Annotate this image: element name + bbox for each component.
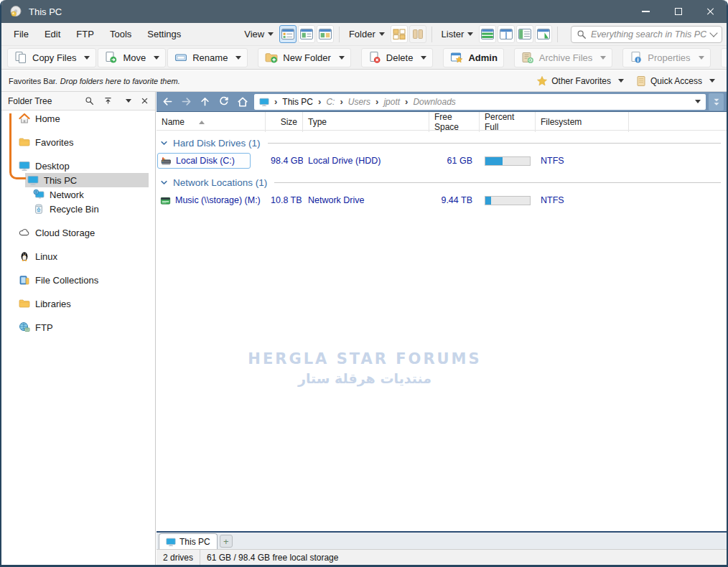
tree-options-chevron-icon[interactable] [126,99,131,103]
group-network-locations[interactable]: Network Locations (1) [157,174,727,191]
breadcrumb-users[interactable]: Users [348,97,370,107]
menu-file[interactable]: File [6,23,37,45]
menu-edit[interactable]: Edit [37,23,68,45]
file-size: 10.8 TB [266,195,303,205]
home-button[interactable] [233,93,251,111]
tree-item-this-pc[interactable]: This PC [1,173,155,187]
network-drive-icon [160,195,171,206]
tree-item-network[interactable]: Network [1,187,155,202]
forward-icon [181,96,192,107]
file-row-music-storage[interactable]: Music (\\storage) (M:) 10.8 TB Network D… [157,191,727,210]
file-listing: Hard Disk Drives (1) Local Disk (C:) 98.… [157,131,727,531]
rename-label: Rename [192,52,228,63]
percent-full-fill [485,197,491,205]
breadcrumb-jpott[interactable]: jpott [383,97,400,107]
column-header-name[interactable]: Name [157,112,266,132]
column-header-free-space[interactable]: Free Space [429,112,480,132]
path-options-button[interactable] [709,93,724,111]
other-favorites-button[interactable]: Other Favorites [532,75,628,87]
tree-close-icon[interactable] [141,97,149,105]
tree-collapse-icon[interactable] [103,96,113,106]
breadcrumb-downloads[interactable]: Downloads [413,97,455,107]
breadcrumb-c-drive[interactable]: C: [326,97,335,107]
tab-this-pc[interactable]: This PC [159,533,218,549]
tree-item-home[interactable]: Home [1,111,155,126]
folder-sync-button[interactable] [409,25,426,43]
close-button[interactable] [694,0,727,23]
archive-files-button[interactable]: Archive Files [514,48,612,67]
chevron-down-icon [84,56,90,60]
file-name-cell[interactable]: Music (\\storage) (M:) [157,192,266,208]
delete-label: Delete [386,52,414,63]
tree-item-desktop[interactable]: Desktop [1,159,155,173]
dual-folder-button[interactable] [391,25,408,43]
file-type: Network Drive [303,195,429,205]
up-button[interactable] [196,93,214,111]
other-favorites-label: Other Favorites [551,76,611,86]
file-name-cell[interactable]: Local Disk (C:) [157,153,251,169]
view-dropdown[interactable]: View [239,29,279,39]
menu-ftp[interactable]: FTP [68,23,102,45]
column-header-percent-full[interactable]: Percent Full [480,112,536,132]
menu-settings[interactable]: Settings [139,23,189,45]
new-folder-button[interactable]: New Folder [258,48,350,67]
copy-files-button[interactable]: Copy Files [7,48,96,67]
separator [557,27,558,42]
maximize-button[interactable] [662,0,694,23]
separator [431,27,432,42]
search-box[interactable] [571,26,722,43]
folder-tree-title: Folder Tree [8,96,52,106]
monitor-icon [166,537,176,547]
view-list-button[interactable] [298,25,315,43]
quick-access-button[interactable]: Quick Access [631,75,719,87]
breadcrumb[interactable]: › This PC › C: › Users › jpott › Downloa… [254,94,706,110]
tree-item-libraries[interactable]: Libraries [1,296,155,311]
favorites-bar: Favorites Bar. Drop folders here to favo… [1,70,727,92]
file-free-space: 61 GB [429,156,480,166]
back-button[interactable] [159,93,177,111]
app-window: This PC File Edit FTP Tools Settings Vie… [0,0,728,567]
chevron-down-icon [699,56,704,60]
column-header-size[interactable]: Size [266,112,303,132]
move-button[interactable]: Move [98,48,166,67]
lister-dropdown[interactable]: Lister [437,29,479,39]
new-tab-button[interactable]: + [220,535,233,548]
tree-item-file-collections[interactable]: File Collections [1,273,155,287]
minimize-button[interactable] [630,0,662,23]
tree-item-cloud-storage[interactable]: Cloud Storage [1,225,155,240]
tree-item-label: Home [35,113,60,124]
slideshow-button[interactable]: Slideshow [721,48,728,67]
view-details-button[interactable] [279,25,297,43]
column-label: Percent Full [485,112,530,132]
tree-item-ftp[interactable]: FTP [1,320,155,334]
group-hard-disk-drives[interactable]: Hard Disk Drives (1) [157,134,727,151]
lister-viewer-button[interactable] [535,25,552,43]
file-row-local-disk-c[interactable]: Local Disk (C:) 98.4 GB Local Drive (HDD… [157,151,727,170]
percent-full-bar [485,156,531,166]
properties-button[interactable]: Properties [622,48,710,67]
menu-tools[interactable]: Tools [102,23,139,45]
breadcrumb-this-pc[interactable]: This PC [282,97,313,107]
tree-search-icon[interactable] [85,96,94,106]
column-header-filesystem[interactable]: Filesystem [536,112,629,132]
breadcrumb-dropdown-chevron-icon[interactable] [695,100,701,103]
tree-item-recycle-bin[interactable]: Recycle Bin [1,202,155,216]
tree-item-linux[interactable]: Linux [1,249,155,263]
admin-icon [449,50,464,65]
forward-button[interactable] [177,93,195,111]
column-label: Size [281,117,297,127]
search-input[interactable] [591,29,706,39]
folder-dropdown[interactable]: Folder [344,29,390,39]
group-divider [274,182,721,183]
view-thumbnails-button[interactable] [317,25,334,43]
delete-button[interactable]: Delete [361,48,434,67]
folder-icon [19,136,30,148]
admin-button[interactable]: Admin [443,48,503,67]
lister-vertical-button[interactable] [498,25,515,43]
rename-button[interactable]: Rename [167,48,248,67]
column-header-type[interactable]: Type [303,112,429,132]
lister-tree-button[interactable] [516,25,533,43]
refresh-button[interactable] [215,93,233,111]
lister-horizontal-button[interactable] [479,25,496,43]
tree-item-favorites[interactable]: Favorites [1,135,155,149]
